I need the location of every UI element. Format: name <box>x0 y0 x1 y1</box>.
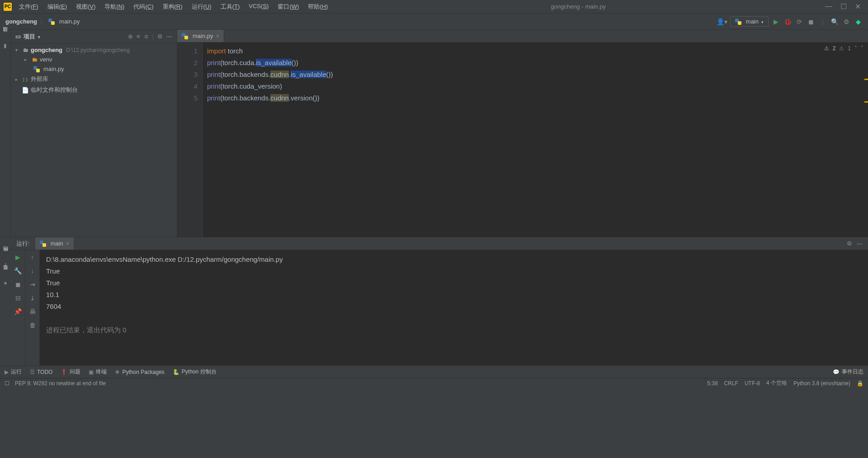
packages-tool-button[interactable]: ❖Python Packages <box>115 369 164 375</box>
print-icon[interactable]: 🖶 <box>29 308 36 315</box>
todo-icon: ☰ <box>30 369 35 375</box>
expand-icon[interactable]: ≡ <box>137 33 140 40</box>
editor-inspections[interactable]: ⚠2 ⚠1 ˄ ˅ <box>824 45 863 52</box>
editor-body[interactable]: 12345 import torchprint(torch.cuda.is_av… <box>177 42 868 237</box>
run-config-selector[interactable]: main <box>730 16 769 27</box>
rerun-button[interactable]: ▶ <box>15 254 20 261</box>
terminal-icon: ▣ <box>89 369 94 375</box>
breadcrumb: gongcheng 〉 main.py <box>5 18 80 26</box>
stop-icon[interactable]: ◼ <box>15 281 21 288</box>
event-log-icon: 💬 <box>833 369 840 375</box>
indent-setting[interactable]: 4 个空格 <box>766 379 787 387</box>
run-side-toolbar-2: ↑ ↓ ⇥ ⤓ 🖶 🗑 <box>25 250 40 365</box>
run-button[interactable]: ▶ <box>771 17 780 26</box>
stripe-mark[interactable] <box>864 101 868 103</box>
run-tab[interactable]: main × <box>35 237 74 250</box>
settings-icon[interactable]: ⚙ <box>842 17 851 26</box>
problems-tool-button[interactable]: ❗问题 <box>61 368 80 376</box>
panel-hide-icon[interactable]: — <box>166 33 172 40</box>
tree-file-main[interactable]: main.py <box>11 64 177 74</box>
menu-bar: 文件(F)编辑(E)视图(V)导航(N)代码(C)重构(R)运行(U)工具(T)… <box>15 1 331 13</box>
dropdown-icon <box>761 18 764 25</box>
down-icon[interactable]: ↓ <box>31 267 34 274</box>
debug-button[interactable]: 🐞 <box>783 17 792 26</box>
code-area[interactable]: import torchprint(torch.cuda.is_availabl… <box>203 42 868 237</box>
clear-icon[interactable]: 🗑 <box>29 321 36 329</box>
menu-编辑[interactable]: 编辑(E) <box>44 1 71 13</box>
bookmarks-tool-tab[interactable]: 书签 <box>1 271 10 277</box>
run-tool-button[interactable]: ▶运行 <box>5 368 22 376</box>
code-with-me-icon[interactable]: ◆ <box>854 17 863 26</box>
file-encoding[interactable]: UTF-8 <box>745 380 760 387</box>
menu-重构[interactable]: 重构(R) <box>159 1 186 13</box>
project-panel-title[interactable]: ▭ 项目 <box>15 33 40 41</box>
breadcrumb-file[interactable]: main.py <box>59 18 80 25</box>
inspection-message[interactable]: PEP 8: W292 no newline at end of file <box>15 380 106 387</box>
tree-venv[interactable]: ▸ 🖿 venv <box>11 55 177 64</box>
line-separator[interactable]: CRLF <box>724 380 738 387</box>
python-interpreter[interactable]: Python 3.8 (envsName) <box>793 380 850 387</box>
structure-tool-tab[interactable]: 结构 <box>1 253 10 258</box>
run-settings-icon[interactable]: ⚙ <box>847 240 852 247</box>
run-hide-icon[interactable]: — <box>857 240 863 247</box>
menu-代码[interactable]: 代码(C) <box>130 1 157 13</box>
menu-运行[interactable]: 运行(U) <box>188 1 215 13</box>
collapse-icon[interactable]: ≑ <box>144 33 149 40</box>
menu-工具[interactable]: 工具(T) <box>217 1 244 13</box>
terminal-tool-button[interactable]: ▣终端 <box>89 368 107 376</box>
tool-windows-icon[interactable]: ☐ <box>5 380 9 387</box>
warning-count: 2 <box>833 45 836 52</box>
tab-close-icon[interactable]: × <box>216 33 220 39</box>
run-panel-label: 运行: <box>11 240 35 248</box>
tree-scratch[interactable]: 📄 临时文件和控制台 <box>11 85 177 95</box>
console-output[interactable]: D:\8.anaconda\envs\envsName\python.exe D… <box>40 250 868 365</box>
up-icon[interactable]: ↑ <box>31 254 34 261</box>
search-icon[interactable]: 🔍 <box>830 17 839 26</box>
menu-VCS[interactable]: VCS(S) <box>245 1 272 13</box>
minimize-icon[interactable]: — <box>825 2 832 11</box>
bottom-right: 💬事件日志 <box>833 368 863 376</box>
menu-窗口[interactable]: 窗口(W) <box>274 1 302 13</box>
star-icon[interactable]: ★ <box>3 280 8 286</box>
python-console-tool-button[interactable]: 🐍Python 控制台 <box>173 368 217 376</box>
menu-帮助[interactable]: 帮助(H) <box>304 1 331 13</box>
stop-button[interactable]: ◼ <box>807 17 816 26</box>
scroll-end-icon[interactable]: ⤓ <box>30 294 35 302</box>
panel-settings-icon[interactable]: ⚙ <box>157 33 163 40</box>
weak-warning-icon: ⚠ <box>839 45 844 52</box>
menu-文件[interactable]: 文件(F) <box>15 1 42 13</box>
tree-root[interactable]: ▾ 🖿 gongcheng D:\12.pycharm\gongcheng <box>11 45 177 55</box>
breadcrumb-project[interactable]: gongcheng <box>5 18 37 25</box>
caret-position[interactable]: 5:38 <box>707 380 717 387</box>
editor-tab-main[interactable]: main.py × <box>177 30 224 42</box>
lock-icon[interactable]: 🔒 <box>857 380 863 387</box>
prev-highlight-icon[interactable]: ˄ <box>854 45 857 52</box>
tree-ext-libs[interactable]: ▸ ⫿⫿ 外部库 <box>11 74 177 85</box>
close-icon[interactable]: ✕ <box>855 2 861 11</box>
packages-icon: ❖ <box>115 369 120 375</box>
label: 运行 <box>11 368 22 376</box>
todo-tool-button[interactable]: ☰TODO <box>30 369 52 375</box>
error-stripe[interactable] <box>863 42 868 237</box>
stripe-mark[interactable] <box>864 79 868 80</box>
structure-icon[interactable]: ⫴ <box>5 262 7 268</box>
left-tool-gutter: 项目 ▮ <box>0 30 11 237</box>
menu-视图[interactable]: 视图(V) <box>72 1 99 13</box>
event-log-button[interactable]: 💬事件日志 <box>833 368 863 376</box>
run-tab-close-icon[interactable]: × <box>66 240 70 247</box>
user-icon[interactable]: 👤▾ <box>717 18 727 25</box>
project-tool-tab[interactable]: 项目 <box>1 33 9 38</box>
layout-icon[interactable]: ⊟ <box>15 294 21 302</box>
coverage-button[interactable]: ⟳ <box>795 17 804 26</box>
wrench-icon[interactable]: 🔧 <box>14 267 22 274</box>
target-icon[interactable]: ⊕ <box>128 33 133 40</box>
pin-icon[interactable]: 📌 <box>14 308 22 315</box>
python-file-icon <box>48 19 55 25</box>
bookmarks-icon[interactable]: ▮ <box>4 42 7 49</box>
soft-wrap-icon[interactable]: ⇥ <box>30 281 35 288</box>
run-icon: ▶ <box>5 369 9 375</box>
menu-导航[interactable]: 导航(N) <box>101 1 128 13</box>
run-tab-label: main <box>51 240 63 247</box>
scratch-icon: 📄 <box>22 87 29 94</box>
maximize-icon[interactable]: ☐ <box>840 2 847 11</box>
